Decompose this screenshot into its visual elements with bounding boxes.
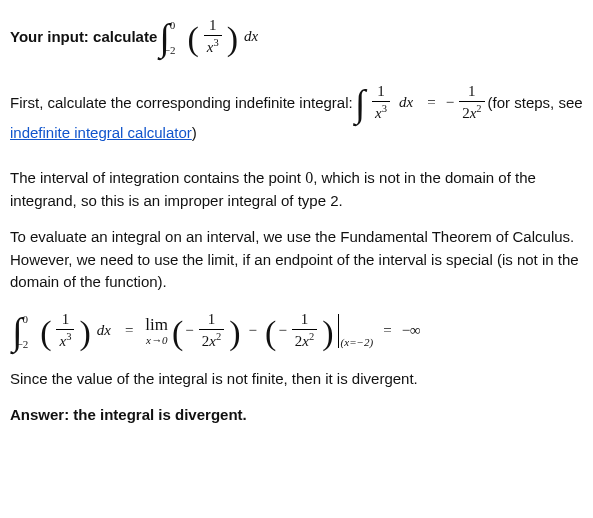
upper-bound: 0	[170, 20, 176, 31]
integrand-fraction: 1 x3	[204, 18, 222, 56]
fraction-numerator: 1	[206, 18, 220, 35]
answer-line: Answer: the integral is divergent.	[10, 404, 583, 427]
antiderivative-fraction: 1 2x2	[459, 84, 484, 122]
input-integral: ∫ 0 −2 ( 1 x3 ) dx	[157, 18, 262, 56]
equals-sign: =	[427, 92, 435, 114]
neg-sign: −	[446, 92, 454, 114]
left-paren-icon: (	[265, 316, 276, 350]
step1-line: First, calculate the corresponding indef…	[10, 84, 583, 144]
integrand-fraction: 1 x3	[372, 84, 390, 122]
right-paren-icon: )	[322, 316, 333, 350]
result-value: −∞	[402, 320, 421, 342]
integral-bounds: 0 −2	[170, 20, 182, 54]
ftc-paragraph: To evaluate an integral on an interval, …	[10, 226, 583, 294]
step1-lead: First, calculate the corresponding indef…	[10, 92, 353, 114]
equals-sign: =	[125, 320, 133, 342]
lower-bound: −2	[164, 45, 176, 56]
equals-sign: =	[383, 320, 391, 342]
eval-bar: (x=−2)	[338, 314, 374, 348]
evaluation-expression: ∫ 0 −2 ( 1 x3 ) dx = lim x→0 ( −	[10, 312, 421, 350]
divergent-paragraph: Since the value of the integral is not f…	[10, 368, 583, 391]
step1-tail2: )	[192, 122, 197, 144]
integral-sign-icon: ∫	[355, 84, 365, 122]
page-root: Your input: calculate ∫ 0 −2 ( 1 x3 ) dx…	[0, 0, 593, 461]
integral-symbol-block: ∫ 0 −2	[157, 18, 185, 56]
limit-block: lim x→0	[145, 316, 168, 346]
differential: dx	[244, 26, 258, 48]
fraction-denominator: x3	[204, 35, 222, 56]
right-paren-icon: )	[229, 316, 240, 350]
left-paren-icon: (	[172, 316, 183, 350]
indefinite-integral: ∫ 1 x3 dx = − 1 2x2	[353, 84, 488, 122]
right-paren-icon: )	[227, 22, 238, 56]
left-paren-icon: (	[40, 316, 51, 350]
improper-text-a: The interval of integration contains the…	[10, 169, 305, 186]
inline-zero: 0	[305, 169, 313, 186]
input-line: Your input: calculate ∫ 0 −2 ( 1 x3 ) dx	[10, 18, 583, 56]
improper-paragraph: The interval of integration contains the…	[10, 166, 583, 213]
minus-sign: −	[249, 320, 257, 342]
left-paren-icon: (	[187, 22, 198, 56]
evaluation-line: ∫ 0 −2 ( 1 x3 ) dx = lim x→0 ( −	[10, 312, 583, 350]
indef-integral-calc-link[interactable]: indefinite integral calculator	[10, 122, 192, 144]
input-prefix: Your input: calculate	[10, 26, 157, 48]
step1-tail1: (for steps, see	[488, 92, 583, 114]
right-paren-icon: )	[79, 316, 90, 350]
